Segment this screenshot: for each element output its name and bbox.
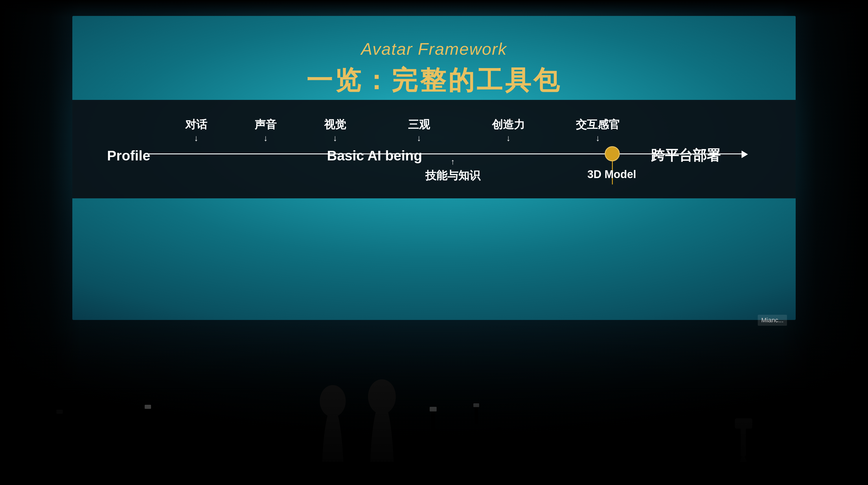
shijue-arrow: ↓ <box>324 133 346 143</box>
jineng-arrow: ↑ <box>425 157 480 167</box>
top-label-shengyin: 声音 ↓ <box>255 117 277 143</box>
top-label-sanguan: 三观 ↓ <box>408 117 430 143</box>
cross-platform-label: 跨平台部署 <box>651 146 720 165</box>
shengyin-arrow: ↓ <box>255 133 277 143</box>
audience-area <box>0 323 868 485</box>
top-label-shijue: 视觉 ↓ <box>324 117 346 143</box>
jiaohu-text: 交互感官 <box>576 117 620 132</box>
top-vignette <box>0 0 868 18</box>
3dmodel-text: 3D Model <box>587 168 636 181</box>
duihua-arrow: ↓ <box>185 133 207 143</box>
shengyin-text: 声音 <box>255 117 277 132</box>
title-chinese: 一览：完整的工具包 <box>72 63 796 98</box>
sanguan-text: 三观 <box>408 117 430 132</box>
diagram-area: Profile Basic AI being 跨平台部署 对话 ↓ 声音 ↓ 视… <box>72 100 796 198</box>
shijue-text: 视觉 <box>324 117 346 132</box>
jiaohu-arrow: ↓ <box>576 133 620 143</box>
top-label-jiaohu: 交互感官 ↓ <box>576 117 620 143</box>
top-label-duihua: 对话 ↓ <box>185 117 207 143</box>
chuangzaoli-arrow: ↓ <box>492 133 525 143</box>
bottom-label-jineng: ↑ 技能与知识 <box>425 157 480 183</box>
presentation-screen: Avatar Framework 一览：完整的工具包 Profile Basic… <box>72 16 796 320</box>
svg-rect-63 <box>0 462 868 485</box>
jineng-text: 技能与知识 <box>425 168 480 183</box>
line-arrow <box>742 150 748 158</box>
audience-silhouettes <box>0 323 868 485</box>
diagram-inner: Profile Basic AI being 跨平台部署 对话 ↓ 声音 ↓ 视… <box>101 109 767 190</box>
title-area: Avatar Framework 一览：完整的工具包 <box>72 39 796 98</box>
profile-label: Profile <box>107 148 150 164</box>
bottom-label-3dmodel: ↑ 3D Model <box>587 157 636 181</box>
svg-rect-62 <box>0 323 868 485</box>
top-label-chuangzaoli: 创造力 ↓ <box>492 117 525 143</box>
duihua-text: 对话 <box>185 117 207 132</box>
chuangzaoli-text: 创造力 <box>492 117 525 132</box>
title-english: Avatar Framework <box>72 39 796 58</box>
sanguan-arrow: ↓ <box>408 133 430 143</box>
basic-ai-label: Basic AI being <box>327 148 422 164</box>
